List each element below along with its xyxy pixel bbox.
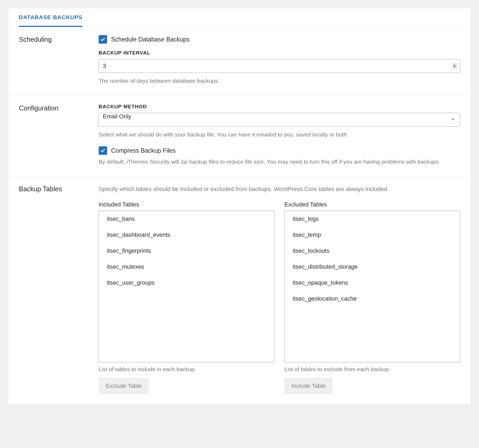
compress-backup-label: Compress Backup Files: [111, 147, 176, 154]
list-item[interactable]: itsec_dashboard_events: [99, 227, 274, 243]
excluded-tables-column: Excluded Tables itsec_logsitsec_tempitse…: [284, 201, 460, 394]
list-item[interactable]: itsec_bans: [99, 211, 274, 227]
settings-panel: DATABASE BACKUPS Scheduling Schedule Dat…: [8, 8, 471, 405]
backup-tables-intro: Specify which tables should be included …: [99, 185, 460, 194]
list-item[interactable]: itsec_logs: [285, 211, 460, 227]
list-item[interactable]: itsec_distributed_storage: [285, 259, 460, 275]
section-configuration: Configuration BACKUP METHOD Email Only S…: [8, 96, 471, 177]
section-heading-scheduling: Scheduling: [19, 35, 99, 85]
backup-method-label: BACKUP METHOD: [99, 104, 460, 110]
list-item[interactable]: itsec_lockouts: [285, 243, 460, 259]
backup-method-help: Select what we should do with your backu…: [99, 130, 460, 139]
stepper-down-icon: [453, 66, 456, 68]
schedule-backups-checkbox[interactable]: [99, 35, 107, 44]
schedule-backups-label: Schedule Database Backups: [111, 36, 190, 43]
include-table-button[interactable]: Include Table: [284, 378, 333, 394]
compress-backup-help: By default, iThemes Security will zip ba…: [99, 157, 460, 166]
backup-interval-input[interactable]: [99, 59, 460, 73]
excluded-tables-title: Excluded Tables: [284, 201, 460, 208]
included-tables-help: List of tables to include in each backup…: [99, 366, 274, 372]
list-item[interactable]: itsec_temp: [285, 227, 460, 243]
backup-method-select[interactable]: Email Only: [99, 113, 460, 127]
list-item[interactable]: itsec_mutexes: [99, 259, 274, 275]
list-item[interactable]: itsec_geolocation_cache: [285, 291, 460, 307]
included-tables-listbox[interactable]: itsec_bansitsec_dashboard_eventsitsec_fi…: [99, 211, 274, 362]
included-tables-column: Included Tables itsec_bansitsec_dashboar…: [99, 201, 274, 394]
tab-header: DATABASE BACKUPS: [8, 8, 471, 27]
section-backup-tables: Backup Tables Specify which tables shoul…: [8, 177, 471, 404]
list-item[interactable]: itsec_opaque_tokens: [285, 275, 460, 291]
backup-interval-help: The number of days between database back…: [99, 77, 460, 85]
list-item[interactable]: itsec_fingerprints: [99, 243, 274, 259]
list-item[interactable]: itsec_user_groups: [99, 275, 274, 291]
tab-database-backups[interactable]: DATABASE BACKUPS: [19, 8, 82, 27]
included-tables-title: Included Tables: [99, 201, 274, 208]
check-icon: [100, 148, 106, 154]
number-stepper[interactable]: [452, 63, 457, 69]
section-heading-configuration: Configuration: [19, 104, 99, 166]
stepper-up-icon: [453, 64, 456, 66]
excluded-tables-listbox[interactable]: itsec_logsitsec_tempitsec_lockoutsitsec_…: [284, 211, 460, 362]
compress-backup-checkbox[interactable]: [99, 146, 107, 155]
backup-interval-label: BACKUP INTERVAL: [99, 50, 460, 56]
excluded-tables-help: List of tables to exclude from each back…: [284, 366, 460, 372]
section-heading-backup-tables: Backup Tables: [19, 185, 99, 394]
exclude-table-button[interactable]: Exclude Table: [99, 378, 149, 394]
check-icon: [100, 36, 106, 42]
section-scheduling: Scheduling Schedule Database Backups BAC…: [8, 27, 471, 96]
